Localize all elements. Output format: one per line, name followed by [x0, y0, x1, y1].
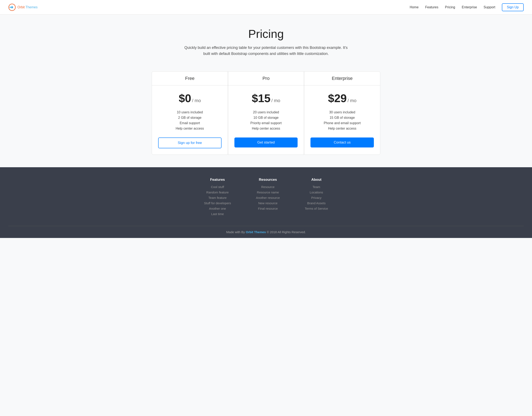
footer-link[interactable]: Brand Assets	[307, 201, 325, 205]
plan-pro-name: Pro	[228, 71, 304, 86]
list-item: Help center access	[158, 126, 221, 131]
plan-enterprise: Enterprise $29 / mo 30 users included 15…	[304, 71, 380, 155]
list-item: Phone and email support	[311, 120, 374, 126]
list-item: 2 GB of storage	[158, 115, 221, 120]
footer-resources-links: Resource Resource name Another resource …	[256, 185, 280, 210]
footer-about-heading: About	[305, 178, 328, 182]
plan-free-price: $0 / mo	[158, 92, 221, 105]
plan-pro-cta[interactable]: Get started	[234, 138, 298, 148]
footer-credit-prefix: Made with By	[226, 230, 246, 234]
footer-link[interactable]: Another resource	[256, 196, 280, 199]
plan-free-cta[interactable]: Sign up for free	[158, 138, 221, 148]
list-item: 10 users included	[158, 110, 221, 115]
footer-link[interactable]: Locations	[310, 190, 323, 194]
list-item: Priority email support	[234, 120, 298, 126]
nav-support[interactable]: Support	[484, 5, 495, 9]
pricing-section: Free $0 / mo 10 users included 2 GB of s…	[0, 67, 532, 167]
list-item: Help center access	[234, 126, 298, 131]
footer-about-links: Team Locations Privacy Brand Assets Term…	[305, 185, 328, 210]
footer-link[interactable]: Team feature	[209, 196, 227, 199]
page-title: Pricing	[4, 27, 528, 40]
main-nav: Home Features Pricing Enterprise Support…	[410, 3, 524, 11]
nav-features[interactable]: Features	[425, 5, 438, 9]
plan-enterprise-features: 30 users included 15 GB of storage Phone…	[311, 110, 374, 131]
svg-point-2	[10, 7, 11, 8]
footer-link[interactable]: Resource	[261, 185, 275, 189]
plan-pro-features: 20 users included 10 GB of storage Prior…	[234, 110, 298, 131]
plan-pro: Pro $15 / mo 20 users included 10 GB of …	[228, 71, 304, 155]
list-item: 20 users included	[234, 110, 298, 115]
footer-link[interactable]: Resource name	[257, 190, 279, 194]
footer-link[interactable]: Stuff for developers	[204, 201, 231, 205]
plan-free-features: 10 users included 2 GB of storage Email …	[158, 110, 221, 131]
footer-col-about: About Team Locations Privacy Brand Asset…	[305, 178, 328, 218]
footer-link[interactable]: New resource	[258, 201, 278, 205]
nav-pricing[interactable]: Pricing	[445, 5, 455, 9]
nav-enterprise[interactable]: Enterprise	[462, 5, 477, 9]
signup-button[interactable]: Sign Up	[502, 3, 524, 11]
footer-resources-heading: Resources	[256, 178, 280, 182]
logo-text: Orbit Themes	[18, 5, 38, 9]
footer-col-resources: Resources Resource Resource name Another…	[256, 178, 280, 218]
footer-bottom: Made with By Orbit Themes © 2018 All Rig…	[8, 226, 524, 238]
plan-free-name: Free	[152, 71, 228, 86]
hero-section: Pricing Quickly build an effective prici…	[0, 15, 532, 67]
footer-features-heading: Features	[204, 178, 231, 182]
list-item: 15 GB of storage	[311, 115, 374, 120]
footer-link[interactable]: Last time	[211, 212, 224, 216]
footer-link[interactable]: Terms of Service	[305, 207, 328, 210]
footer-link[interactable]: Cool stuff	[211, 185, 224, 189]
plan-pro-price: $15 / mo	[234, 92, 298, 105]
svg-point-1	[11, 6, 13, 8]
plan-free: Free $0 / mo 10 users included 2 GB of s…	[152, 71, 228, 155]
plan-enterprise-cta[interactable]: Contact us	[311, 138, 374, 148]
footer-link[interactable]: Final resource	[258, 207, 278, 210]
list-item: 30 users included	[311, 110, 374, 115]
orbit-logo-icon	[8, 4, 16, 11]
footer-col-features: Features Cool stuff Random feature Team …	[204, 178, 231, 218]
pricing-cards: Free $0 / mo 10 users included 2 GB of s…	[152, 71, 380, 155]
footer: Features Cool stuff Random feature Team …	[0, 167, 532, 238]
footer-brand-link[interactable]: Orbit Themes	[246, 230, 266, 234]
nav-home[interactable]: Home	[410, 5, 418, 9]
list-item: Help center access	[311, 126, 374, 131]
plan-enterprise-name: Enterprise	[304, 71, 380, 86]
list-item: 10 GB of storage	[234, 115, 298, 120]
hero-description: Quickly build an effective pricing table…	[181, 45, 351, 57]
footer-link[interactable]: Privacy	[311, 196, 322, 199]
footer-link[interactable]: Team	[313, 185, 320, 189]
footer-credit-suffix: © 2018 All Rights Reserved.	[266, 230, 306, 234]
footer-features-links: Cool stuff Random feature Team feature S…	[204, 185, 231, 216]
footer-link[interactable]: Random feature	[206, 190, 229, 194]
list-item: Email support	[158, 120, 221, 126]
header: Orbit Themes Home Features Pricing Enter…	[0, 0, 532, 15]
footer-columns: Features Cool stuff Random feature Team …	[152, 178, 380, 226]
footer-link[interactable]: Another one	[209, 207, 226, 210]
logo[interactable]: Orbit Themes	[8, 4, 38, 11]
plan-enterprise-price: $29 / mo	[311, 92, 374, 105]
